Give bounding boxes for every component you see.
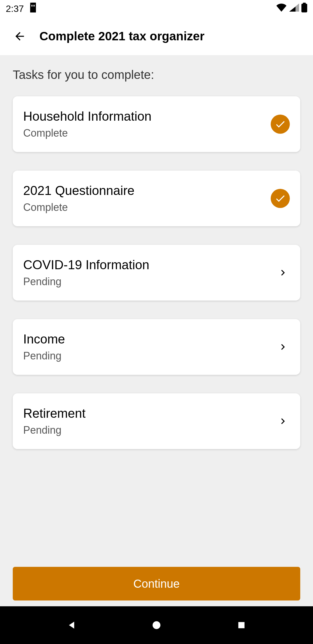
task-status: Pending bbox=[23, 350, 65, 362]
task-text: IncomePending bbox=[23, 332, 65, 362]
task-status: Complete bbox=[23, 127, 152, 139]
status-right bbox=[276, 3, 307, 15]
section-heading: Tasks for you to complete: bbox=[13, 68, 300, 82]
svg-rect-3 bbox=[33, 5, 33, 7]
task-card[interactable]: Household InformationComplete bbox=[13, 96, 300, 152]
circle-home-icon bbox=[151, 620, 162, 630]
svg-rect-4 bbox=[34, 5, 35, 7]
svg-rect-5 bbox=[301, 4, 307, 12]
battery-icon bbox=[301, 3, 307, 15]
continue-container: Continue bbox=[0, 567, 313, 606]
task-card[interactable]: RetirementPending bbox=[13, 393, 300, 449]
task-title: Retirement bbox=[23, 406, 85, 421]
task-text: RetirementPending bbox=[23, 406, 85, 436]
task-text: 2021 QuestionnaireComplete bbox=[23, 183, 134, 214]
task-status: Pending bbox=[23, 424, 85, 436]
task-status: Pending bbox=[23, 276, 149, 288]
svg-rect-8 bbox=[239, 622, 245, 628]
task-status: Complete bbox=[23, 201, 134, 214]
task-card[interactable]: IncomePending bbox=[13, 319, 300, 375]
status-left: 2:37 bbox=[6, 3, 37, 15]
nav-bar bbox=[0, 606, 313, 644]
status-bar: 2:37 bbox=[0, 0, 313, 17]
svg-point-7 bbox=[152, 621, 160, 629]
svg-rect-2 bbox=[31, 5, 32, 7]
check-circle-icon bbox=[271, 115, 290, 134]
chevron-right-icon bbox=[276, 414, 290, 428]
task-text: COVID-19 InformationPending bbox=[23, 258, 149, 288]
task-title: COVID-19 Information bbox=[23, 258, 149, 272]
chevron-right-icon bbox=[276, 266, 290, 280]
nav-home-button[interactable] bbox=[148, 616, 165, 634]
status-time: 2:37 bbox=[6, 3, 24, 14]
check-circle-icon bbox=[271, 189, 290, 208]
app-header: Complete 2021 tax organizer bbox=[0, 17, 313, 55]
task-card[interactable]: 2021 QuestionnaireComplete bbox=[13, 171, 300, 226]
square-recent-icon bbox=[237, 621, 246, 630]
wifi-icon bbox=[276, 3, 287, 14]
svg-rect-6 bbox=[303, 3, 306, 4]
back-button[interactable] bbox=[13, 29, 27, 43]
task-title: Household Information bbox=[23, 109, 152, 124]
signal-icon bbox=[289, 3, 299, 14]
task-title: 2021 Questionnaire bbox=[23, 183, 134, 198]
page-title: Complete 2021 tax organizer bbox=[39, 29, 205, 43]
triangle-back-icon bbox=[66, 620, 77, 630]
task-title: Income bbox=[23, 332, 65, 346]
sd-card-icon bbox=[29, 3, 37, 15]
content: Tasks for you to complete: Household Inf… bbox=[0, 55, 313, 567]
task-list: Household InformationComplete2021 Questi… bbox=[13, 96, 300, 449]
task-text: Household InformationComplete bbox=[23, 109, 152, 139]
task-card[interactable]: COVID-19 InformationPending bbox=[13, 245, 300, 301]
nav-recent-button[interactable] bbox=[233, 616, 250, 634]
continue-button[interactable]: Continue bbox=[13, 567, 300, 600]
arrow-left-icon bbox=[13, 30, 26, 43]
nav-back-button[interactable] bbox=[63, 616, 80, 634]
chevron-right-icon bbox=[276, 340, 290, 354]
